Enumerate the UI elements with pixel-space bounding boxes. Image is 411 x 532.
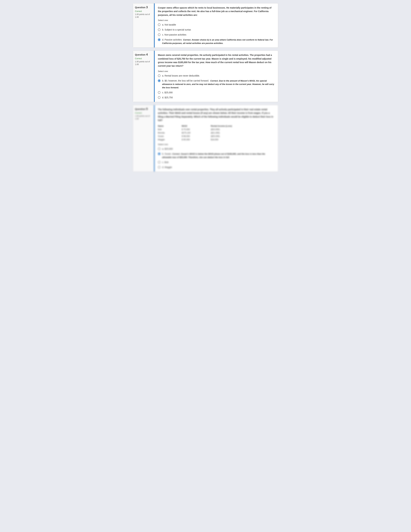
question-number-3: Question 3	[135, 6, 152, 9]
answer-options-5: a. $25,000 b. Susan. Correct. Susan's MA…	[158, 147, 275, 169]
question-body-4: Mason owns several rental properties. He…	[154, 51, 278, 102]
radio-4c[interactable]	[158, 91, 161, 94]
question-sidebar-4: Question 4 Correct 1.00 points out of 1.…	[133, 51, 154, 102]
question-number-4: Question 4	[135, 53, 152, 56]
answer-text-5c: c. Bob	[162, 161, 275, 164]
question-body-3: Cooper owns office spaces which he rents…	[154, 3, 278, 48]
answer-text-5b: b. Susan. Correct. Susan's MAGI is below…	[162, 152, 275, 159]
status-badge-3: Correct	[135, 10, 152, 12]
radio-5d	[158, 166, 161, 169]
answer-text-3b: b. Subject to a special surtax	[162, 28, 275, 31]
answer-option-3c[interactable]: c. Non-passive activities	[158, 33, 275, 37]
answer-option-5b: b. Susan. Correct. Susan's MAGI is below…	[158, 152, 275, 159]
answer-option-3a[interactable]: a. Not taxable	[158, 23, 275, 27]
answer-options-3: a. Not taxable b. Subject to a special s…	[158, 23, 275, 45]
points-info-3: 1.00 points out of 1.00	[135, 13, 152, 19]
radio-3a[interactable]	[158, 23, 161, 26]
status-badge-4: Correct	[135, 57, 152, 60]
radio-5a	[158, 148, 161, 150]
question-number-5: Question 5	[135, 107, 152, 111]
answer-option-3d[interactable]: d. Passive activities Correct. Answer ch…	[158, 38, 275, 45]
select-one-label-5: Select one:	[158, 143, 275, 146]
question-sidebar-3: Question 3 Correct 1.00 points out of 1.…	[133, 3, 154, 48]
radio-4d[interactable]	[158, 96, 161, 99]
answer-text-4c: c. $25,000	[162, 91, 275, 94]
status-badge-5: Correct	[135, 112, 152, 114]
answer-text-4b: b. $0; however, the loss will be carried…	[162, 79, 275, 89]
answer-option-4c[interactable]: c. $25,000	[158, 91, 275, 94]
question-card-4: Question 4 Correct 1.00 points out of 1.…	[133, 50, 278, 102]
question-text-4: Mason owns several rental properties. He…	[158, 53, 275, 68]
question-card-5: Question 5 Correct 1.00 points out of 1.…	[133, 105, 278, 172]
page-container: Question 3 Correct 1.00 points out of 1.…	[133, 3, 278, 172]
answer-option-4b[interactable]: b. $0; however, the loss will be carried…	[158, 79, 275, 89]
radio-3c[interactable]	[158, 33, 161, 36]
radio-5b	[158, 152, 161, 155]
question-text-3: Cooper owns office spaces which he rents…	[158, 6, 275, 17]
question-card-3: Question 3 Correct 1.00 points out of 1.…	[133, 3, 278, 48]
question-sidebar-5: Question 5 Correct 1.00 points out of 1.…	[133, 105, 154, 172]
points-info-5: 1.00 points out of 1.00	[135, 115, 152, 120]
answer-text-4d: d. $25,750	[162, 96, 275, 99]
answer-option-5a: a. $25,000	[158, 147, 275, 151]
answer-option-5d: d. Maggie	[158, 166, 275, 169]
radio-4b[interactable]	[158, 79, 161, 82]
answer-option-3b[interactable]: b. Subject to a special surtax	[158, 28, 275, 31]
answer-text-5d: d. Maggie	[162, 166, 275, 169]
answer-text-3a: a. Not taxable	[162, 23, 275, 27]
points-info-4: 1.00 points out of 1.00	[135, 60, 152, 66]
answer-options-4: a. Rental losses are never deductible. b…	[158, 74, 275, 99]
select-one-label-4: Select one:	[158, 70, 275, 73]
answer-text-3c: c. Non-passive activities	[162, 33, 275, 37]
answer-option-5c: c. Bob	[158, 161, 275, 164]
question-text-5: The following individuals own rental pro…	[158, 108, 275, 122]
radio-3d[interactable]	[158, 38, 161, 41]
answer-text-4a: a. Rental losses are never deductible.	[162, 74, 275, 77]
select-one-label-3: Select one:	[158, 19, 275, 21]
answer-option-4d[interactable]: d. $25,750	[158, 96, 275, 99]
answer-text-5a: a. $25,000	[162, 147, 275, 151]
radio-4a[interactable]	[158, 74, 161, 77]
answer-option-4a[interactable]: a. Rental losses are never deductible.	[158, 74, 275, 77]
radio-3b[interactable]	[158, 28, 161, 31]
answer-text-3d: d. Passive activities Correct. Answer ch…	[162, 38, 275, 45]
radio-5c	[158, 161, 161, 163]
question-body-5: The following individuals own rental pro…	[154, 105, 278, 172]
